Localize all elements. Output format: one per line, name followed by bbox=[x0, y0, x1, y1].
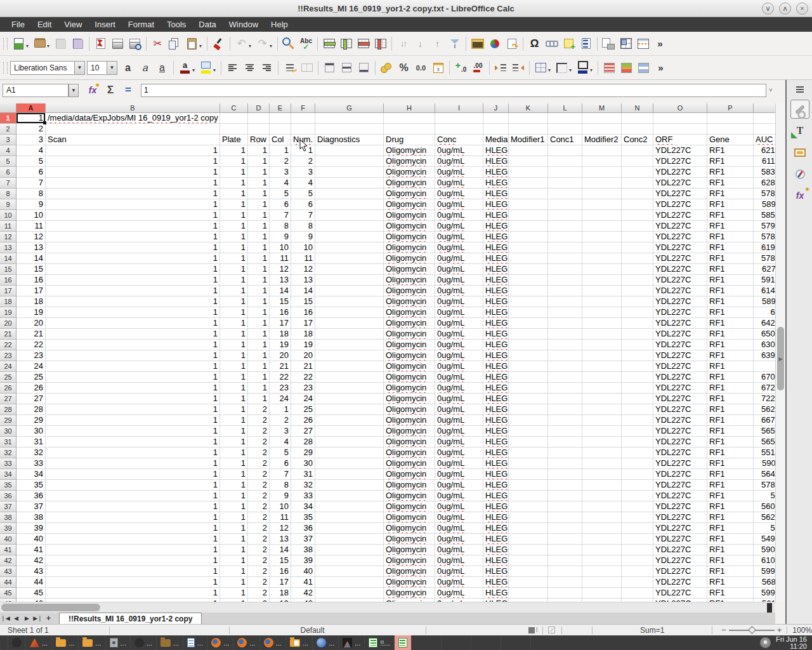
cell-L37[interactable] bbox=[548, 501, 582, 512]
cell-F11[interactable]: 8 bbox=[291, 221, 315, 232]
menu-item-view[interactable]: View bbox=[58, 17, 88, 32]
cell-Q25[interactable]: 670.8831245 bbox=[754, 372, 775, 383]
cell-I45[interactable]: 0ug/mL bbox=[435, 588, 483, 599]
cell-M8[interactable] bbox=[582, 189, 622, 199]
close-button[interactable]: × bbox=[796, 3, 808, 15]
cell-L1[interactable] bbox=[548, 113, 582, 124]
cell-D22[interactable]: 1 bbox=[248, 340, 270, 350]
cell-B23[interactable]: 1 bbox=[46, 350, 220, 361]
cell-L29[interactable] bbox=[548, 415, 582, 426]
cell-E14[interactable]: 11 bbox=[270, 253, 291, 264]
cell-H31[interactable]: Oligomycin bbox=[384, 437, 435, 448]
cut-icon[interactable] bbox=[150, 36, 166, 51]
cell-J30[interactable]: HLEG bbox=[483, 426, 509, 437]
cell-Q9[interactable]: 589.1124473 bbox=[754, 199, 775, 210]
cell-J8[interactable]: HLEG bbox=[483, 189, 509, 199]
cell-P18[interactable]: RF1 bbox=[707, 296, 754, 307]
cell-M32[interactable] bbox=[582, 448, 622, 458]
cell-H40[interactable]: Oligomycin bbox=[384, 534, 435, 545]
row-header-5[interactable]: 5 bbox=[0, 156, 16, 167]
cell-M29[interactable] bbox=[582, 415, 622, 426]
cell-N2[interactable] bbox=[622, 124, 653, 135]
cell-O29[interactable]: YDL227C bbox=[653, 415, 707, 426]
cell-J15[interactable]: HLEG bbox=[483, 264, 509, 275]
cell-L28[interactable] bbox=[548, 404, 582, 415]
cell-K7[interactable] bbox=[509, 178, 548, 189]
vertical-scrollbar[interactable]: ▶ bbox=[775, 103, 785, 602]
formula-input[interactable]: 1 bbox=[141, 84, 766, 97]
cell-O42[interactable]: YDL227C bbox=[653, 555, 707, 566]
cell-O20[interactable]: YDL227C bbox=[653, 318, 707, 329]
cell-M10[interactable] bbox=[582, 210, 622, 221]
cell-P11[interactable]: RF1 bbox=[707, 221, 754, 232]
cell-N38[interactable] bbox=[622, 512, 653, 523]
cell-C28[interactable]: 1 bbox=[220, 404, 248, 415]
column-header-D[interactable]: D bbox=[248, 103, 270, 113]
cell-F42[interactable]: 39 bbox=[291, 555, 315, 566]
cell-O6[interactable]: YDL227C bbox=[653, 167, 707, 178]
cell-L19[interactable] bbox=[548, 307, 582, 318]
cell-L41[interactable] bbox=[548, 545, 582, 555]
row-header-22[interactable]: 22 bbox=[0, 340, 16, 350]
next-sheet-icon[interactable]: ▶ bbox=[22, 613, 32, 624]
cell-G5[interactable] bbox=[315, 156, 384, 167]
cell-O33[interactable]: YDL227C bbox=[653, 458, 707, 469]
cell-K38[interactable] bbox=[509, 512, 548, 523]
find-replace-icon[interactable] bbox=[281, 36, 297, 51]
cell-G14[interactable] bbox=[315, 253, 384, 264]
row-header-1[interactable]: 1 bbox=[0, 113, 16, 124]
cell-O36[interactable]: YDL227C bbox=[653, 491, 707, 501]
cell-B6[interactable]: 1 bbox=[46, 167, 220, 178]
cell-F39[interactable]: 36 bbox=[291, 523, 315, 534]
cell-G10[interactable] bbox=[315, 210, 384, 221]
cell-L9[interactable] bbox=[548, 199, 582, 210]
border-style-dropdown-icon[interactable]: ▾ bbox=[569, 67, 574, 73]
cell-G31[interactable] bbox=[315, 437, 384, 448]
menu-item-file[interactable]: File bbox=[5, 17, 31, 32]
cell-I19[interactable]: 0ug/mL bbox=[435, 307, 483, 318]
cell-Q31[interactable]: 565.8861097 bbox=[754, 437, 775, 448]
cell-E40[interactable]: 13 bbox=[270, 534, 291, 545]
cell-H4[interactable]: Oligomycin bbox=[384, 145, 435, 156]
cell-C11[interactable]: 1 bbox=[220, 221, 248, 232]
cell-J27[interactable]: HLEG bbox=[483, 394, 509, 404]
cell-D31[interactable]: 2 bbox=[248, 437, 270, 448]
cell-J18[interactable]: HLEG bbox=[483, 296, 509, 307]
cell-D15[interactable]: 1 bbox=[248, 264, 270, 275]
cell-O9[interactable]: YDL227C bbox=[653, 199, 707, 210]
cell-G23[interactable] bbox=[315, 350, 384, 361]
menu-item-data[interactable]: Data bbox=[192, 17, 222, 32]
cell-J29[interactable]: HLEG bbox=[483, 415, 509, 426]
shade-button[interactable]: ∨ bbox=[762, 3, 774, 15]
cell-Q43[interactable]: 599.0873314 bbox=[754, 566, 775, 577]
cell-K40[interactable] bbox=[509, 534, 548, 545]
align-left-icon[interactable] bbox=[225, 60, 240, 76]
cell-I38[interactable]: 0ug/mL bbox=[435, 512, 483, 523]
cell-F24[interactable]: 21 bbox=[291, 361, 315, 372]
cell-D42[interactable]: 2 bbox=[248, 555, 270, 566]
row-header-26[interactable]: 26 bbox=[0, 383, 16, 394]
cell-E7[interactable]: 4 bbox=[270, 178, 291, 189]
cell-F37[interactable]: 34 bbox=[291, 501, 315, 512]
cell-B11[interactable]: 1 bbox=[46, 221, 220, 232]
cell-B44[interactable]: 1 bbox=[46, 577, 220, 588]
cell-H19[interactable]: Oligomycin bbox=[384, 307, 435, 318]
cell-H28[interactable]: Oligomycin bbox=[384, 404, 435, 415]
cell-A40[interactable]: 40 bbox=[16, 534, 46, 545]
cell-I31[interactable]: 0ug/mL bbox=[435, 437, 483, 448]
cell-G27[interactable] bbox=[315, 394, 384, 404]
cell-I10[interactable]: 0ug/mL bbox=[435, 210, 483, 221]
zoom-in-icon[interactable]: + bbox=[777, 625, 782, 635]
cell-E35[interactable]: 8 bbox=[270, 480, 291, 491]
row-header-2[interactable]: 2 bbox=[0, 124, 16, 135]
cell-B15[interactable]: 1 bbox=[46, 264, 220, 275]
align-right-icon[interactable] bbox=[259, 60, 275, 76]
column-header-H[interactable]: H bbox=[384, 103, 435, 113]
cell-B17[interactable]: 1 bbox=[46, 286, 220, 296]
cell-I15[interactable]: 0ug/mL bbox=[435, 264, 483, 275]
sidebar-item-sidebar-settings[interactable] bbox=[787, 81, 812, 98]
cell-K36[interactable] bbox=[509, 491, 548, 501]
cell-J9[interactable]: HLEG bbox=[483, 199, 509, 210]
cell-D36[interactable]: 2 bbox=[248, 491, 270, 501]
cell-Q11[interactable]: 579.4421950 bbox=[754, 221, 775, 232]
